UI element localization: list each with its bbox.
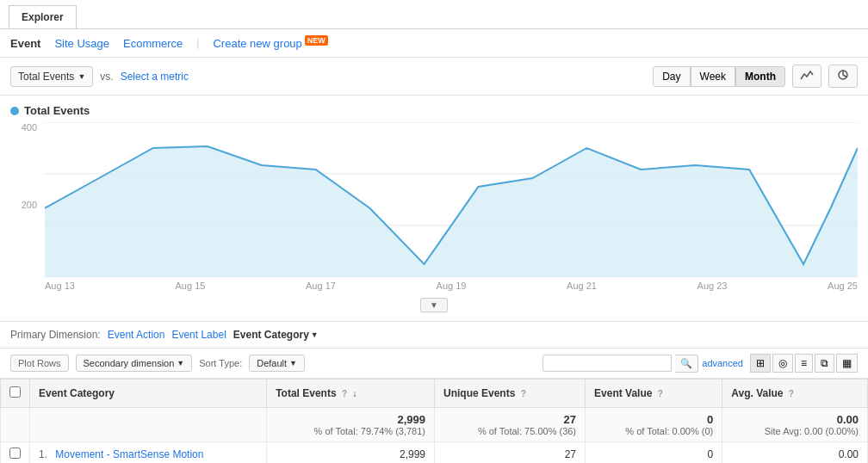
nav-bar: Event Site Usage Ecommerce | Create new … (0, 29, 868, 58)
x-label-aug19: Aug 19 (437, 281, 467, 291)
y-label-400: 400 (10, 122, 40, 133)
summary-avg-value: 0.00 (731, 413, 859, 426)
row-avg-value-cell: 0.00 (722, 442, 868, 463)
pie-chart-icon[interactable] (828, 65, 858, 88)
nav-separator: | (196, 37, 199, 49)
select-all-checkbox[interactable] (9, 386, 21, 398)
help-icon-avg[interactable]: ? (789, 389, 794, 398)
table-header-row: Event Category Total Events ? ↓ Unique E… (1, 380, 868, 408)
chart-title-row: Total Events (10, 104, 858, 117)
secondary-dimension-dropdown[interactable]: Secondary dimension ▼ (76, 355, 193, 372)
view-list-button[interactable]: ≡ (795, 354, 813, 373)
th-total-events: Total Events ? ↓ (267, 380, 435, 408)
collapse-chart-button[interactable]: ▼ (420, 298, 448, 312)
advanced-link[interactable]: advanced (702, 358, 743, 368)
summary-event-value: 0 (594, 413, 713, 426)
th-event-category: Event Category (30, 380, 267, 408)
chart-container: Total Events 400 200 Aug 13 Aug 15 Au (0, 96, 868, 322)
summary-unique-events-pct: % of Total: 75.00% (36) (443, 426, 576, 436)
view-buttons: ⊞ ◎ ≡ ⧉ ▦ (750, 354, 858, 373)
plot-rows-button[interactable]: Plot Rows (10, 355, 69, 372)
row-checkbox[interactable] (9, 448, 21, 459)
y-label-200: 200 (10, 200, 40, 210)
view-grid-button[interactable]: ⊞ (750, 354, 771, 373)
summary-avg-value-cell: 0.00 Site Avg: 0.00 (0.00%) (722, 408, 868, 442)
dropdown-arrow-icon: ▼ (177, 359, 184, 367)
help-icon-total[interactable]: ? (342, 389, 347, 398)
summary-total-events-pct: % of Total: 79.74% (3,781) (276, 426, 425, 436)
month-button[interactable]: Month (735, 66, 785, 87)
dim-event-action[interactable]: Event Action (108, 329, 165, 341)
dim-event-category[interactable]: Event Category ▼ (233, 329, 319, 341)
chart-title: Total Events (24, 104, 90, 117)
view-pie-button[interactable]: ◎ (772, 354, 793, 373)
nav-create-group[interactable]: Create new groupNEW (213, 36, 327, 50)
toolbar-right: Day Week Month (653, 65, 858, 88)
row-unique-events-cell: 27 (435, 442, 586, 463)
time-buttons-group: Day Week Month (653, 66, 785, 87)
nav-site-usage[interactable]: Site Usage (54, 37, 109, 50)
view-pivot-button[interactable]: ▦ (836, 354, 858, 373)
svg-marker-7 (45, 146, 858, 277)
summary-event-value-cell: 0 % of Total: 0.00% (0) (586, 408, 722, 442)
week-button[interactable]: Week (691, 66, 735, 87)
nav-ecommerce[interactable]: Ecommerce (123, 37, 183, 50)
search-input[interactable] (542, 355, 672, 372)
th-event-value: Event Value ? (586, 380, 722, 408)
x-label-aug17: Aug 17 (306, 281, 336, 291)
metrics-toolbar: Total Events ▼ vs. Select a metric Day W… (0, 58, 868, 96)
summary-checkbox-cell (1, 408, 30, 442)
th-checkbox (1, 380, 30, 408)
dim-event-label[interactable]: Event Label (171, 329, 226, 341)
x-label-aug15: Aug 15 (176, 281, 206, 291)
table-toolbar: Plot Rows Secondary dimension ▼ Sort Typ… (0, 349, 868, 379)
help-icon-value[interactable]: ? (658, 389, 663, 398)
line-chart-icon[interactable] (792, 65, 822, 88)
x-label-aug23: Aug 23 (698, 281, 728, 291)
total-events-select[interactable]: Total Events ▼ (10, 66, 93, 87)
sort-icon-total[interactable]: ↓ (352, 389, 356, 398)
select-metric-link[interactable]: Select a metric (121, 71, 189, 83)
help-icon-unique[interactable]: ? (521, 389, 526, 398)
search-button[interactable]: 🔍 (675, 355, 698, 373)
primary-dimension-label: Primary Dimension: (10, 329, 101, 341)
x-label-aug13: Aug 13 (45, 281, 75, 291)
collapse-button-area: ▼ (10, 298, 858, 312)
summary-unique-events-value: 27 (443, 413, 576, 426)
svg-line-2 (843, 75, 846, 77)
summary-unique-events-cell: 27 % of Total: 75.00% (36) (435, 408, 586, 442)
event-category-link[interactable]: Movement - SmartSense Motion (55, 448, 203, 460)
row-avg-value: 0.00 (839, 448, 859, 460)
row-event-value-cell: 0 (586, 442, 722, 463)
primary-dimension-bar: Primary Dimension: Event Action Event La… (0, 322, 868, 349)
sort-default-dropdown[interactable]: Default ▼ (249, 355, 305, 372)
explorer-tab[interactable]: Explorer (9, 5, 77, 28)
sort-type-label: Sort Type: (199, 358, 242, 368)
vs-label: vs. (100, 71, 113, 83)
th-avg-value: Avg. Value ? (722, 380, 868, 408)
summary-total-events-value: 2,999 (276, 413, 425, 426)
chart-y-labels: 400 200 (10, 122, 40, 277)
sort-arrow-icon: ▼ (289, 359, 297, 367)
row-unique-events-value: 27 (565, 448, 576, 460)
th-unique-events: Unique Events ? (435, 380, 586, 408)
row-checkbox-cell (1, 442, 30, 463)
day-button[interactable]: Day (653, 66, 690, 87)
summary-total-events-cell: 2,999 % of Total: 79.74% (3,781) (267, 408, 435, 442)
dropdown-arrow-small: ▼ (311, 330, 319, 339)
chart-svg (45, 122, 858, 277)
chart-svg-area (45, 122, 858, 277)
x-label-aug21: Aug 21 (567, 281, 597, 291)
toolbar-left: Total Events ▼ vs. Select a metric (10, 66, 653, 87)
x-label-aug25: Aug 25 (828, 281, 858, 291)
chart-legend-dot (10, 107, 19, 115)
table-row: 1. Movement - SmartSense Motion 2,999 27… (1, 442, 868, 463)
summary-row: 2,999 % of Total: 79.74% (3,781) 27 % of… (1, 408, 868, 442)
view-compare-button[interactable]: ⧉ (815, 354, 834, 373)
summary-event-value-pct: % of Total: 0.00% (0) (594, 426, 713, 436)
row-category-cell: 1. Movement - SmartSense Motion (30, 442, 267, 463)
nav-event[interactable]: Event (10, 37, 40, 50)
dropdown-arrow-icon: ▼ (78, 72, 85, 81)
chart-x-labels: Aug 13 Aug 15 Aug 17 Aug 19 Aug 21 Aug 2… (45, 277, 858, 294)
tab-bar: Explorer (0, 0, 868, 29)
